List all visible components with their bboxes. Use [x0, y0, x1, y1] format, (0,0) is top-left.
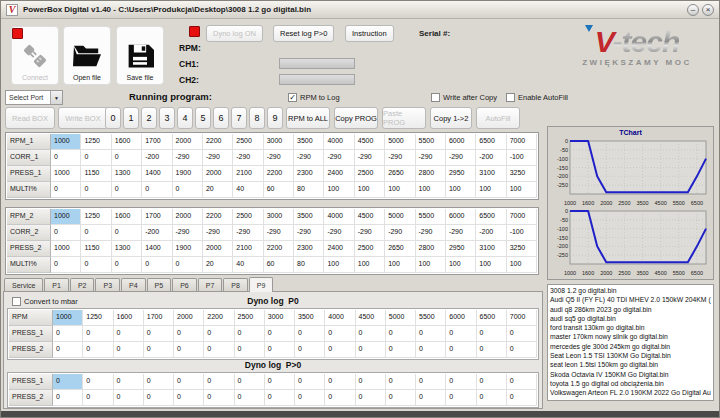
table-cell[interactable]: -100	[507, 150, 537, 166]
table-cell[interactable]: 1250	[81, 209, 111, 225]
table-cell[interactable]: 2000	[174, 310, 204, 326]
table-cell[interactable]: 100	[476, 257, 506, 273]
table-cell[interactable]: 0	[507, 390, 537, 406]
table-cell[interactable]: 0	[477, 326, 507, 342]
file-list-item[interactable]: master 170km nowy silnik go digital.bin	[550, 332, 711, 341]
table-cell[interactable]: -290	[324, 150, 354, 166]
table-cell[interactable]: 2800	[416, 166, 446, 182]
table-cell[interactable]: 0	[144, 326, 174, 342]
table-cell[interactable]: 100	[476, 182, 506, 198]
table-cell[interactable]: 0	[416, 374, 446, 390]
program-button-7[interactable]: 7	[231, 107, 247, 129]
open-file-button[interactable]: Open file	[63, 26, 111, 85]
tab-p2[interactable]: P2	[70, 278, 95, 292]
table-cell[interactable]: -200	[476, 150, 506, 166]
table-cell[interactable]: 2200	[204, 310, 234, 326]
table-cell[interactable]: 2300	[294, 166, 324, 182]
table-cell[interactable]: 0	[174, 374, 204, 390]
table-cell[interactable]: 2100	[233, 166, 263, 182]
table-cell[interactable]: 0	[53, 374, 83, 390]
table-cell[interactable]: -290	[385, 150, 415, 166]
tab-service[interactable]: Service	[4, 278, 43, 292]
table-cell[interactable]: 0	[416, 342, 446, 358]
table-cell[interactable]: 1150	[81, 241, 111, 257]
table-cell[interactable]: 0	[53, 342, 83, 358]
table-cell[interactable]: 1700	[142, 209, 172, 225]
select-port-dropdown[interactable]: Select Port ▼	[5, 90, 63, 105]
table-cell[interactable]: 1150	[81, 166, 111, 182]
table-cell[interactable]: 0	[114, 390, 144, 406]
table-cell[interactable]: 6000	[446, 209, 476, 225]
table-cell[interactable]: 0	[142, 182, 172, 198]
table-cell[interactable]: 0	[265, 326, 295, 342]
table-cell[interactable]: 20	[203, 257, 233, 273]
table-cell[interactable]: 2500	[235, 310, 265, 326]
table-cell[interactable]: 0	[173, 182, 203, 198]
table-cell[interactable]: 3250	[507, 241, 537, 257]
table-cell[interactable]: 1600	[112, 134, 142, 150]
table-cell[interactable]: 0	[386, 326, 416, 342]
table-cell[interactable]: 1000	[51, 166, 81, 182]
table-cell[interactable]: 100	[324, 257, 354, 273]
table-cell[interactable]: 2400	[324, 241, 354, 257]
table-cell[interactable]: 1250	[83, 310, 113, 326]
table-cell[interactable]: -290	[446, 150, 476, 166]
table-cell[interactable]: 6000	[446, 134, 476, 150]
table-cell[interactable]: 100	[446, 257, 476, 273]
table-cell[interactable]: -290	[173, 225, 203, 241]
table-cell[interactable]: 0	[446, 326, 476, 342]
table-cell[interactable]: 2500	[233, 209, 263, 225]
table-cell[interactable]: 1600	[112, 209, 142, 225]
table-cell[interactable]: 0	[51, 150, 81, 166]
rpm-to-log-checkbox[interactable]: ✓ RPM to Log	[288, 93, 340, 102]
table-cell[interactable]: 1400	[142, 166, 172, 182]
table-cell[interactable]: 5500	[416, 209, 446, 225]
table-cell[interactable]: 0	[477, 390, 507, 406]
table-cell[interactable]: 0	[235, 326, 265, 342]
tab-p8[interactable]: P8	[223, 278, 248, 292]
table-cell[interactable]: 1900	[173, 241, 203, 257]
table-cell[interactable]: 100	[507, 182, 537, 198]
program-button-6[interactable]: 6	[213, 107, 229, 129]
table-cell[interactable]: 1300	[112, 166, 142, 182]
rpm-to-all-button[interactable]: RPM to ALL	[286, 107, 330, 129]
table-cell[interactable]: 2500	[355, 166, 385, 182]
table-cell[interactable]: 0	[83, 374, 113, 390]
table-cell[interactable]: 0	[142, 257, 172, 273]
table-cell[interactable]: 0	[356, 342, 386, 358]
write-box-button[interactable]: Write BOX	[58, 107, 108, 129]
table-cell[interactable]: -290	[294, 225, 324, 241]
table-cell[interactable]: 0	[173, 257, 203, 273]
tab-p9[interactable]: P9	[249, 277, 274, 292]
table-cell[interactable]: 0	[356, 374, 386, 390]
table-cell[interactable]: 0	[174, 390, 204, 406]
table-cell[interactable]: -290	[416, 225, 446, 241]
program-button-9[interactable]: 9	[267, 107, 283, 129]
table-cell[interactable]: 40	[233, 182, 263, 198]
file-list-item[interactable]: Volkswagen Arteon FL 2.0 190KM 2022 Go D…	[550, 388, 711, 397]
table-cell[interactable]: 6500	[476, 209, 506, 225]
table-cell[interactable]: 2000	[203, 241, 233, 257]
table-cell[interactable]: 5000	[385, 134, 415, 150]
file-list-item[interactable]: Audi Q5 II (FY FL) 40 TDI MHEV 2.0 150kW…	[550, 295, 711, 304]
table-cell[interactable]: -290	[355, 150, 385, 166]
table-cell[interactable]: 5000	[386, 310, 416, 326]
table-cell[interactable]: 2200	[264, 166, 294, 182]
program-button-3[interactable]: 3	[159, 107, 175, 129]
table-cell[interactable]: -290	[355, 225, 385, 241]
tab-p6[interactable]: P6	[172, 278, 197, 292]
table-cell[interactable]: 0	[204, 342, 234, 358]
table-cell[interactable]: 0	[446, 390, 476, 406]
table-cell[interactable]: 0	[114, 342, 144, 358]
table-cell[interactable]: 0	[204, 374, 234, 390]
table-cell[interactable]: 100	[355, 182, 385, 198]
table-cell[interactable]: 2100	[233, 241, 263, 257]
instruction-button[interactable]: Instruction	[345, 25, 394, 42]
program-button-1[interactable]: 1	[123, 107, 139, 129]
table-cell[interactable]: 0	[386, 374, 416, 390]
table-cell[interactable]: 1000	[51, 209, 81, 225]
table-cell[interactable]: 0	[295, 390, 325, 406]
table-cell[interactable]: 0	[507, 326, 537, 342]
table-cell[interactable]: 0	[51, 182, 81, 198]
table-cell[interactable]: 1700	[144, 310, 174, 326]
